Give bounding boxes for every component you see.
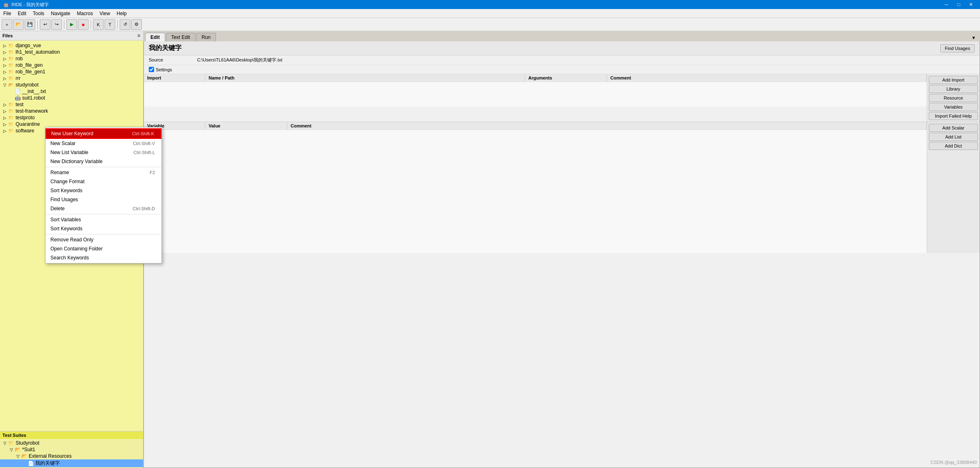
settings-button[interactable]: ⚙	[131, 19, 142, 30]
tree-item-rob-file-gen[interactable]: ▷ rob_file_gen	[0, 62, 143, 68]
external-resources-icon: 📂	[21, 453, 28, 459]
ctx-search-keywords[interactable]: Search Keywords	[45, 253, 161, 262]
add-resource-button[interactable]: Resource	[929, 94, 978, 102]
folder-icon-rob-file-gen	[8, 62, 15, 68]
toggle-django-vue[interactable]: ▷	[2, 43, 8, 48]
tab-dropdown[interactable]: ▼	[969, 34, 978, 41]
toggle-software[interactable]: ▷	[2, 129, 8, 133]
toggle-external-resources[interactable]: ▽	[15, 454, 21, 459]
add-library-button[interactable]: Library	[929, 85, 978, 93]
toolbar-sep4	[117, 20, 118, 29]
tree-item-suit1[interactable]: 🤖 suit1.robot	[0, 95, 143, 101]
minimize-button[interactable]: ─	[941, 0, 952, 9]
menu-macros[interactable]: Macros	[73, 9, 96, 18]
toggle-test[interactable]: ▷	[2, 102, 8, 107]
find-usages-button[interactable]: Find Usages	[940, 44, 975, 52]
refresh-button[interactable]: ↺	[120, 19, 130, 30]
ctx-new-scalar[interactable]: New Scalar Ctrl-Shift-V	[45, 139, 161, 148]
col-value-header: Value	[205, 122, 287, 129]
ctx-new-dictionary-variable-label: New Dictionary Variable	[50, 159, 102, 164]
k-button[interactable]: K	[93, 19, 104, 30]
toggle-rob-file-gen[interactable]: ▷	[2, 63, 8, 68]
source-path: C:\Users\TL61AA6\Desktop\我的关键字.txt	[197, 57, 282, 62]
close-button[interactable]: ✕	[965, 0, 977, 9]
ctx-find-usages[interactable]: Find Usages	[45, 195, 161, 204]
tree-label-testproto: testproto	[16, 115, 35, 120]
toggle-quarantine[interactable]: ▷	[2, 122, 8, 127]
toggle-rob-file-gen1[interactable]: ▷	[2, 70, 8, 74]
run-button[interactable]: ▶	[66, 19, 77, 30]
suite-item-external-resources[interactable]: ▽ 📂 External Resources	[0, 453, 143, 459]
folder-icon-testproto	[8, 115, 15, 120]
suite-item-studyrobot[interactable]: ▽ 📁 Studyrobot	[0, 440, 143, 446]
save-button[interactable]: 💾	[25, 19, 35, 30]
import-buttons: Add Import Library Resource Variables Im…	[927, 74, 980, 122]
ctx-sort-keywords2-label: Sort Keywords	[50, 226, 82, 232]
tree-item-test-framework[interactable]: ▷ test-framework	[0, 108, 143, 114]
add-import-button[interactable]: Add Import	[929, 76, 978, 84]
ctx-new-dictionary-variable[interactable]: New Dictionary Variable	[45, 157, 161, 166]
ctx-sort-keywords[interactable]: Sort Keywords	[45, 186, 161, 195]
add-dict-button[interactable]: Add Dict	[929, 142, 978, 150]
menu-view[interactable]: View	[96, 9, 114, 18]
tree-item-init[interactable]: 📄 __init__.txt	[0, 88, 143, 95]
suite-item-suit1[interactable]: ▽ 📂 *Suit1	[0, 446, 143, 453]
variables-buttons: Add Scalar Add List Add Dict	[927, 122, 980, 253]
toggle-studyrobot[interactable]: ▽	[2, 83, 8, 87]
add-variables-button[interactable]: Variables	[929, 103, 978, 111]
import-failed-help-button[interactable]: Import Failed Help	[929, 112, 978, 120]
toggle-testproto[interactable]: ▷	[2, 116, 8, 120]
ctx-new-user-keyword-shortcut: Ctrl-Shift-K	[132, 131, 154, 136]
undo-button[interactable]: ↩	[40, 19, 50, 30]
ctx-rename[interactable]: Rename F2	[45, 168, 161, 177]
open-button[interactable]: 📂	[13, 19, 24, 30]
tree-item-testproto[interactable]: ▷ testproto	[0, 114, 143, 121]
toggle-rrr[interactable]: ▷	[2, 76, 8, 81]
suite-item-my-keyword[interactable]: 📄 我的关键字	[0, 459, 143, 467]
toggle-lh1[interactable]: ▷	[2, 50, 8, 55]
tree-item-django-vue[interactable]: ▷ django_vue	[0, 42, 143, 49]
menu-tools[interactable]: Tools	[30, 9, 48, 18]
file-icon-init: 📄	[15, 89, 21, 94]
tab-edit[interactable]: Edit	[145, 33, 165, 41]
ctx-remove-read-only[interactable]: Remove Read Only	[45, 235, 161, 244]
stop-button[interactable]: ■	[78, 19, 89, 30]
menu-file[interactable]: File	[0, 9, 14, 18]
ctx-new-scalar-shortcut: Ctrl-Shift-V	[133, 141, 155, 146]
toggle-rob[interactable]: ▷	[2, 57, 8, 61]
tree-item-test[interactable]: ▷ test	[0, 101, 143, 108]
toggle-suite-studyrobot[interactable]: ▽	[2, 441, 8, 445]
tree-item-quarantine[interactable]: ▷ Quarantine	[0, 121, 143, 127]
ctx-sort-keywords2[interactable]: Sort Keywords	[45, 224, 161, 233]
import-content	[144, 82, 927, 107]
tree-item-lh1[interactable]: ▷ lh1_test_automation	[0, 49, 143, 55]
ctx-delete[interactable]: Delete Ctrl-Shift-D	[45, 204, 161, 213]
redo-button[interactable]: ↪	[51, 19, 62, 30]
tree-item-rob-file-gen1[interactable]: ▷ rob_file_gen1	[0, 68, 143, 75]
maximize-button[interactable]: □	[953, 0, 964, 9]
tree-item-rob[interactable]: ▷ rob	[0, 55, 143, 62]
files-close-button[interactable]: ×	[137, 32, 141, 39]
tree-item-studyrobot[interactable]: ▽ studyrobot	[0, 82, 143, 88]
ctx-open-containing-folder[interactable]: Open Containing Folder	[45, 244, 161, 253]
tree-item-rrr[interactable]: ▷ rrr	[0, 75, 143, 82]
tab-text-edit[interactable]: Text Edit	[166, 33, 196, 41]
add-scalar-button[interactable]: Add Scalar	[929, 124, 978, 132]
ctx-new-list-variable[interactable]: New List Variable Ctrl-Shift-L	[45, 148, 161, 157]
ctx-change-format[interactable]: Change Format	[45, 177, 161, 186]
ctx-delete-shortcut: Ctrl-Shift-D	[133, 206, 155, 211]
ctx-new-user-keyword[interactable]: New User Keyword Ctrl-Shift-K	[45, 128, 161, 139]
menu-edit[interactable]: Edit	[14, 9, 30, 18]
new-button[interactable]: +	[2, 19, 12, 30]
t-button[interactable]: T	[105, 19, 115, 30]
menu-help[interactable]: Help	[114, 9, 130, 18]
add-list-button[interactable]: Add List	[929, 133, 978, 141]
toggle-suite-suit1[interactable]: ▽	[8, 448, 15, 452]
app-title: RIDE - 我的关键字	[11, 2, 49, 8]
ctx-sort-variables[interactable]: Sort Variables	[45, 215, 161, 224]
settings-checkbox[interactable]	[149, 67, 154, 72]
tree-label-studyrobot: studyrobot	[16, 82, 39, 88]
toggle-test-framework[interactable]: ▷	[2, 109, 8, 114]
tab-run[interactable]: Run	[196, 33, 216, 41]
menu-navigate[interactable]: Navigate	[48, 9, 73, 18]
